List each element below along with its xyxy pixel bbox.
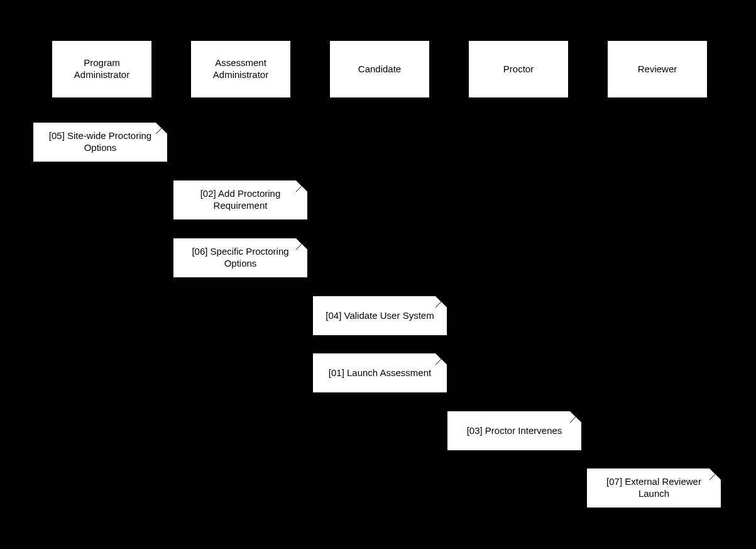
actor-label: Program Administrator xyxy=(58,57,145,81)
step-06-specific-proctoring-options: [06] Specific Proctoring Options xyxy=(173,238,307,277)
step-label: [07] External Reviewer Launch xyxy=(594,476,713,500)
step-05-sitewide-proctoring-options: [05] Site-wide Proctoring Options xyxy=(33,123,167,162)
step-label: [03] Proctor Intervenes xyxy=(467,425,562,437)
actor-assessment-administrator: Assessment Administrator xyxy=(190,40,291,98)
actor-label: Candidate xyxy=(358,64,401,75)
actor-proctor: Proctor xyxy=(468,40,569,98)
actor-label: Assessment Administrator xyxy=(197,57,284,81)
actor-label: Reviewer xyxy=(638,64,677,75)
step-label: [06] Specific Proctoring Options xyxy=(181,246,300,270)
step-04-validate-user-system: [04] Validate User System xyxy=(313,296,447,335)
actor-reviewer: Reviewer xyxy=(607,40,708,98)
step-03-proctor-intervenes: [03] Proctor Intervenes xyxy=(447,411,581,450)
step-02-add-proctoring-requirement: [02] Add Proctoring Requirement xyxy=(173,180,307,219)
actor-label: Proctor xyxy=(503,64,534,75)
step-01-launch-assessment: [01] Launch Assessment xyxy=(313,353,447,392)
step-07-external-reviewer-launch: [07] External Reviewer Launch xyxy=(587,469,721,507)
actor-program-administrator: Program Administrator xyxy=(52,40,152,98)
step-label: [04] Validate User System xyxy=(326,310,434,322)
step-label: [02] Add Proctoring Requirement xyxy=(181,188,300,212)
step-label: [05] Site-wide Proctoring Options xyxy=(41,130,160,154)
actor-candidate: Candidate xyxy=(329,40,430,98)
step-label: [01] Launch Assessment xyxy=(329,367,431,379)
